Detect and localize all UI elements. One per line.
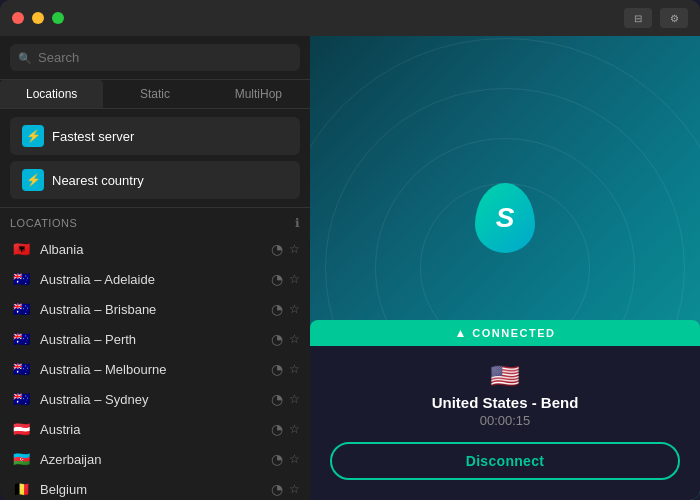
flag-au-brisbane: 🇦🇺: [10, 301, 32, 317]
list-item[interactable]: 🇦🇺 Australia – Sydney ◔ ☆: [0, 384, 310, 414]
nearest-icon: ⚡: [22, 169, 44, 191]
list-item[interactable]: 🇦🇿 Azerbaijan ◔ ☆: [0, 444, 310, 474]
location-name: Australia – Melbourne: [40, 362, 263, 377]
connection-server-name: United States - Bend: [330, 394, 680, 411]
list-item[interactable]: 🇦🇹 Austria ◔ ☆: [0, 414, 310, 444]
location-name: Belgium: [40, 482, 263, 497]
star-icon[interactable]: ☆: [289, 392, 300, 406]
locations-section-label: Locations: [10, 217, 77, 229]
minimize-button[interactable]: [32, 12, 44, 24]
vpn-logo: S: [475, 183, 535, 253]
location-actions: ◔ ☆: [271, 331, 300, 347]
locations-list: 🇦🇱 Albania ◔ ☆ 🇦🇺 Australia – Adelaide ◔…: [0, 234, 310, 500]
settings-icon[interactable]: ⚙: [660, 8, 688, 28]
signal-icon: ◔: [271, 481, 283, 497]
list-item[interactable]: 🇦🇺 Australia – Melbourne ◔ ☆: [0, 354, 310, 384]
fastest-server-label: Fastest server: [52, 129, 134, 144]
app-window: ⊟ ⚙ Locations Static MultiHop ⚡: [0, 0, 700, 500]
list-item[interactable]: 🇦🇺 Australia – Perth ◔ ☆: [0, 324, 310, 354]
close-button[interactable]: [12, 12, 24, 24]
flag-au-perth: 🇦🇺: [10, 331, 32, 347]
search-input[interactable]: [10, 44, 300, 71]
location-actions: ◔ ☆: [271, 271, 300, 287]
star-icon[interactable]: ☆: [289, 482, 300, 496]
location-name: Azerbaijan: [40, 452, 263, 467]
connection-info: 🇺🇸 United States - Bend 00:00:15 Disconn…: [310, 346, 700, 500]
list-item[interactable]: 🇦🇱 Albania ◔ ☆: [0, 234, 310, 264]
signal-icon: ◔: [271, 241, 283, 257]
disconnect-button[interactable]: Disconnect: [330, 442, 680, 480]
signal-icon: ◔: [271, 451, 283, 467]
location-actions: ◔ ☆: [271, 241, 300, 257]
logo-letter: S: [496, 202, 515, 234]
list-item[interactable]: 🇦🇺 Australia – Adelaide ◔ ☆: [0, 264, 310, 294]
search-bar: [0, 36, 310, 80]
location-name: Australia – Brisbane: [40, 302, 263, 317]
fastest-icon: ⚡: [22, 125, 44, 147]
signal-icon: ◔: [271, 271, 283, 287]
tab-multihop[interactable]: MultiHop: [207, 80, 310, 108]
nearest-country-label: Nearest country: [52, 173, 144, 188]
location-name: Australia – Perth: [40, 332, 263, 347]
flag-belgium: 🇧🇪: [10, 481, 32, 497]
title-bar: ⊟ ⚙: [0, 0, 700, 36]
info-icon[interactable]: ℹ: [295, 216, 300, 230]
location-name: Austria: [40, 422, 263, 437]
tab-locations[interactable]: Locations: [0, 80, 103, 108]
signal-icon: ◔: [271, 361, 283, 377]
chevron-up-icon: ▲: [454, 326, 466, 340]
flag-albania: 🇦🇱: [10, 241, 32, 257]
location-actions: ◔ ☆: [271, 361, 300, 377]
list-item[interactable]: 🇦🇺 Australia – Brisbane ◔ ☆: [0, 294, 310, 324]
star-icon[interactable]: ☆: [289, 302, 300, 316]
star-icon[interactable]: ☆: [289, 422, 300, 436]
tab-static[interactable]: Static: [103, 80, 206, 108]
fastest-server-button[interactable]: ⚡ Fastest server: [10, 117, 300, 155]
star-icon[interactable]: ☆: [289, 362, 300, 376]
maximize-button[interactable]: [52, 12, 64, 24]
star-icon[interactable]: ☆: [289, 272, 300, 286]
flag-au-adelaide: 🇦🇺: [10, 271, 32, 287]
flag-austria: 🇦🇹: [10, 421, 32, 437]
star-icon[interactable]: ☆: [289, 452, 300, 466]
nearest-country-button[interactable]: ⚡ Nearest country: [10, 161, 300, 199]
connected-panel: ▲ CONNECTED 🇺🇸 United States - Bend 00:0…: [310, 320, 700, 500]
connection-flag: 🇺🇸: [490, 362, 520, 390]
star-icon[interactable]: ☆: [289, 332, 300, 346]
connection-timer: 00:00:15: [330, 413, 680, 428]
location-name: Australia – Sydney: [40, 392, 263, 407]
window-icon[interactable]: ⊟: [624, 8, 652, 28]
signal-icon: ◔: [271, 391, 283, 407]
logo-shape: S: [475, 183, 535, 253]
main-layout: Locations Static MultiHop ⚡ Fastest serv…: [0, 36, 700, 500]
location-actions: ◔ ☆: [271, 481, 300, 497]
quick-actions: ⚡ Fastest server ⚡ Nearest country: [0, 109, 310, 208]
location-name: Albania: [40, 242, 263, 257]
connected-status-label: CONNECTED: [472, 327, 555, 339]
flag-azerbaijan: 🇦🇿: [10, 451, 32, 467]
flag-au-sydney: 🇦🇺: [10, 391, 32, 407]
signal-icon: ◔: [271, 331, 283, 347]
locations-header: Locations ℹ: [0, 208, 310, 234]
list-item[interactable]: 🇧🇪 Belgium ◔ ☆: [0, 474, 310, 500]
location-actions: ◔ ☆: [271, 421, 300, 437]
location-actions: ◔ ☆: [271, 451, 300, 467]
signal-icon: ◔: [271, 301, 283, 317]
sidebar: Locations Static MultiHop ⚡ Fastest serv…: [0, 36, 310, 500]
star-icon[interactable]: ☆: [289, 242, 300, 256]
location-actions: ◔ ☆: [271, 301, 300, 317]
right-panel: S ▲ CONNECTED 🇺🇸 United States - Bend 00…: [310, 36, 700, 500]
location-name: Australia – Adelaide: [40, 272, 263, 287]
tab-bar: Locations Static MultiHop: [0, 80, 310, 109]
signal-icon: ◔: [271, 421, 283, 437]
connected-tab[interactable]: ▲ CONNECTED: [310, 320, 700, 346]
location-actions: ◔ ☆: [271, 391, 300, 407]
flag-au-melbourne: 🇦🇺: [10, 361, 32, 377]
